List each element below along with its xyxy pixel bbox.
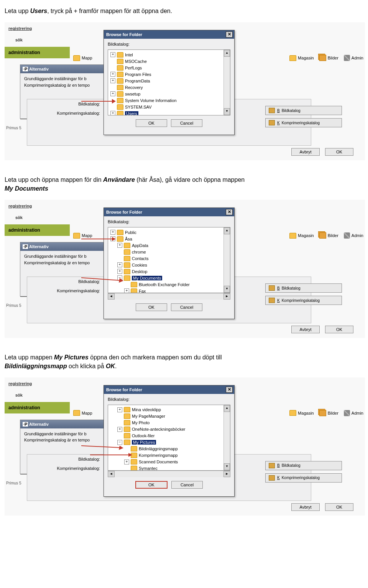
tree-node[interactable]: My Photo (110, 420, 228, 426)
close-icon[interactable]: ✕ (226, 387, 233, 393)
tree-node[interactable]: +Users (110, 110, 228, 115)
scroll-down-button[interactable]: ▼ (224, 463, 230, 470)
horizontal-scrollbar[interactable]: ◄► (108, 471, 230, 477)
tree-node[interactable]: chrome (110, 249, 228, 255)
nav-administration[interactable]: administration (5, 47, 70, 58)
tree-node[interactable]: +OneNote-anteckningsböcker (110, 426, 228, 433)
dialog-titlebar[interactable]: Browse for Folder✕ (104, 208, 234, 216)
tree-node[interactable]: +Fax (110, 288, 228, 293)
expand-toggle[interactable]: + (117, 407, 122, 412)
dialog-ok-button[interactable]: OK (136, 303, 167, 311)
tree-node[interactable]: System Volume Information (110, 97, 228, 104)
toolbar-admin[interactable]: Admin (342, 409, 365, 417)
scroll-down-button[interactable]: ▼ (224, 108, 230, 115)
folder-tree[interactable]: +Mina videoklippMy PageManagerMy Photo+O… (108, 405, 230, 471)
expand-toggle[interactable]: + (110, 78, 115, 83)
nav-registrering[interactable]: registrering (5, 200, 70, 211)
close-icon[interactable]: ✕ (226, 209, 233, 215)
scroll-right-button[interactable]: ► (223, 293, 230, 300)
scrollbar[interactable]: ▲▼ (223, 227, 230, 293)
toolbar-magasin[interactable]: Magasin (288, 409, 315, 417)
avbryt-button[interactable]: Avbryt (291, 326, 320, 333)
scrollbar[interactable]: ▲▼ (223, 50, 230, 115)
expand-toggle[interactable]: + (110, 52, 115, 57)
dialog-ok-button[interactable]: OK (135, 481, 168, 489)
tree-node[interactable]: +Program Files (110, 71, 228, 77)
expand-toggle[interactable]: + (117, 262, 122, 267)
toolbar-mapp[interactable]: Mapp (72, 409, 94, 417)
toolbar-magasin[interactable]: Magasin (288, 232, 315, 239)
dialog-cancel-button[interactable]: Cancel (171, 119, 202, 127)
tree-node[interactable]: Bildinläggningsmapp (110, 446, 228, 452)
tree-node[interactable]: −My Pictures (110, 439, 228, 446)
expand-toggle[interactable]: + (117, 243, 122, 248)
nav-registrering[interactable]: registrering (5, 22, 70, 33)
folder-tree[interactable]: +Public−Åsa+AppDatachromeContacts+Cookie… (108, 227, 230, 293)
toolbar-magasin[interactable]: Magasin (288, 54, 315, 62)
expand-toggle[interactable]: + (110, 111, 115, 115)
dialog-titlebar[interactable]: Browse for Folder ✕ (104, 30, 234, 39)
dialog-titlebar[interactable]: Browse for Folder✕ (104, 385, 234, 394)
tree-node[interactable]: +AppData (110, 242, 228, 249)
scroll-up-button[interactable]: ▲ (224, 405, 230, 412)
komprimering-button[interactable]: KKomprimeringskatalog (265, 296, 342, 305)
expand-toggle[interactable]: + (110, 91, 115, 96)
expand-toggle[interactable]: + (117, 269, 122, 274)
horizontal-scrollbar[interactable]: ◄► (108, 293, 230, 300)
tree-node[interactable]: −Åsa (110, 236, 228, 242)
nav-sok[interactable]: sök (5, 211, 70, 224)
scroll-left-button[interactable]: ◄ (108, 471, 115, 477)
tree-node[interactable]: Symantec (110, 465, 228, 471)
toolbar-bilder[interactable]: Bilder (318, 409, 340, 417)
tree-node[interactable]: PerfLogs (110, 64, 228, 71)
tree-node[interactable]: −My Documents (110, 275, 228, 281)
toolbar-admin[interactable]: Admin (342, 54, 365, 62)
tree-node[interactable]: +Public (110, 229, 228, 236)
tree-node[interactable]: +Cookies (110, 262, 228, 268)
nav-registrering[interactable]: registrering (5, 377, 70, 388)
toolbar-mapp[interactable]: Mapp (72, 54, 94, 62)
tree-node[interactable]: +Intel (110, 51, 228, 58)
toolbar-admin[interactable]: Admin (342, 232, 365, 239)
toolbar-bilder[interactable]: Bilder (318, 232, 340, 239)
avbryt-button[interactable]: Avbryt (291, 503, 320, 511)
ok-button[interactable]: OK (325, 326, 353, 333)
folder-tree[interactable]: +IntelMSOCachePerfLogs+Program Files+Pro… (108, 49, 230, 115)
bildkatalog-button[interactable]: BBildkatalog (265, 283, 342, 293)
scroll-right-button[interactable]: ► (223, 471, 230, 477)
expand-toggle[interactable]: + (110, 72, 115, 77)
tree-node[interactable]: Bluetooth Exchange Folder (110, 281, 228, 288)
tree-node[interactable]: +ProgramData (110, 77, 228, 84)
dialog-cancel-button[interactable]: Cancel (171, 303, 202, 311)
komprimering-button[interactable]: KKomprimeringskatalog (265, 473, 342, 483)
scroll-down-button[interactable]: ▼ (224, 286, 230, 293)
nav-sok[interactable]: sök (5, 33, 70, 47)
expand-toggle[interactable]: + (110, 230, 115, 235)
nav-sok[interactable]: sök (5, 388, 70, 402)
expand-toggle[interactable]: + (117, 427, 122, 432)
tree-node[interactable]: MSOCache (110, 58, 228, 64)
tree-node[interactable]: +swsetup (110, 91, 228, 97)
tree-node[interactable]: SYSTEM.SAV (110, 104, 228, 110)
tree-node[interactable]: Outlook-filer (110, 433, 228, 439)
tree-node[interactable]: +Scanned Documents (110, 459, 228, 465)
dialog-ok-button[interactable]: OK (136, 119, 167, 127)
expand-toggle[interactable]: + (124, 460, 129, 464)
tree-node[interactable]: Recovery (110, 84, 228, 91)
dialog-cancel-button[interactable]: Cancel (171, 481, 203, 489)
scroll-up-button[interactable]: ▲ (224, 227, 230, 234)
ok-button[interactable]: OK (325, 503, 353, 511)
komprimering-button[interactable]: KKomprimeringskatalog (265, 118, 342, 127)
toolbar-bilder[interactable]: Bilder (318, 54, 340, 62)
tree-node[interactable]: My PageManager (110, 413, 228, 420)
scroll-left-button[interactable]: ◄ (108, 293, 115, 300)
tree-node[interactable]: +Mina videoklipp (110, 407, 228, 413)
bildkatalog-button[interactable]: BBildkatalog (265, 461, 342, 470)
nav-administration[interactable]: administration (5, 224, 70, 236)
nav-administration[interactable]: administration (5, 402, 70, 413)
close-icon[interactable]: ✕ (226, 31, 233, 38)
tree-node[interactable]: +Desktop (110, 268, 228, 275)
tree-node[interactable]: Contacts (110, 255, 228, 262)
bildkatalog-button[interactable]: BBildkatalog (265, 106, 342, 115)
expand-toggle[interactable]: + (124, 288, 129, 293)
